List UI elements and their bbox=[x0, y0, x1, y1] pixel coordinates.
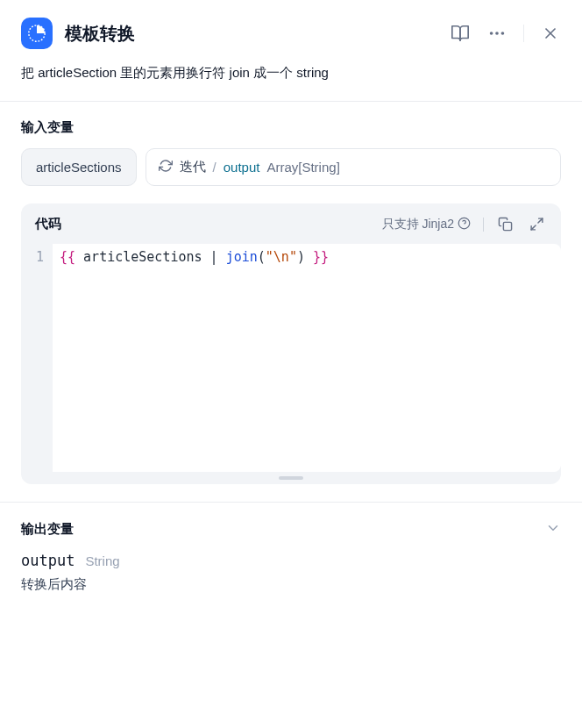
output-variables-header[interactable]: 输出变量 bbox=[21, 520, 561, 539]
token-open: {{ bbox=[60, 249, 75, 265]
code-block: 代码 只支持 Jinja2 bbox=[21, 203, 561, 484]
token-rparen: ) bbox=[297, 249, 305, 265]
template-transform-icon bbox=[21, 18, 53, 49]
panel-description: 把 articleSection 里的元素用换行符 join 成一个 strin… bbox=[0, 63, 582, 101]
token-func: join bbox=[226, 249, 258, 265]
line-gutter: 1 bbox=[21, 244, 53, 472]
svg-point-1 bbox=[490, 32, 493, 35]
variable-source-pill[interactable]: 迭代 / output Array[String] bbox=[146, 148, 561, 186]
variable-name: articleSections bbox=[36, 160, 122, 175]
slash: / bbox=[213, 160, 216, 175]
output-variable-name: output bbox=[21, 552, 75, 569]
panel-header: 模板转换 bbox=[0, 0, 582, 63]
divider bbox=[523, 25, 524, 42]
divider bbox=[483, 218, 484, 232]
svg-rect-8 bbox=[503, 222, 511, 230]
svg-line-10 bbox=[531, 225, 536, 230]
close-icon[interactable] bbox=[540, 23, 561, 44]
input-variables-row: articleSections 迭代 / output Array[String… bbox=[21, 148, 561, 186]
docs-icon[interactable] bbox=[450, 23, 471, 44]
code-tools bbox=[483, 214, 547, 235]
token-name: articleSections bbox=[83, 249, 202, 265]
more-icon[interactable] bbox=[486, 23, 507, 44]
expand-icon[interactable] bbox=[526, 214, 547, 235]
iterate-label: 迭代 bbox=[180, 159, 206, 175]
token-close: }} bbox=[313, 249, 329, 265]
token-string: "\n" bbox=[266, 249, 297, 265]
header-actions bbox=[450, 23, 561, 44]
code-title: 代码 bbox=[35, 216, 382, 232]
output-variable-desc: 转换后内容 bbox=[21, 576, 561, 593]
line-number: 1 bbox=[21, 249, 44, 265]
resize-handle[interactable] bbox=[21, 472, 561, 484]
variable-name-pill[interactable]: articleSections bbox=[21, 148, 137, 186]
code-editor[interactable]: 1 {{ articleSections | join("\n") }} bbox=[21, 244, 561, 472]
output-variable-row: output String bbox=[21, 552, 561, 569]
template-transform-panel: 模板转换 把 articleSection 里的元素用换行符 joi bbox=[0, 0, 582, 728]
output-variables-title: 输出变量 bbox=[21, 521, 74, 538]
output-variables-section: 输出变量 output String 转换后内容 bbox=[0, 503, 582, 610]
input-variables-title: 输入变量 bbox=[21, 119, 561, 136]
iterate-icon bbox=[159, 159, 173, 175]
source-output-name: output bbox=[224, 160, 260, 175]
svg-point-2 bbox=[495, 32, 499, 35]
svg-point-3 bbox=[501, 32, 505, 35]
token-lparen: ( bbox=[258, 249, 266, 265]
input-variables-section: 输入变量 articleSections 迭代 / output Array[S… bbox=[0, 102, 582, 203]
code-hint-text: 只支持 Jinja2 bbox=[382, 217, 454, 232]
copy-icon[interactable] bbox=[494, 214, 515, 235]
panel-title: 模板转换 bbox=[65, 22, 450, 46]
chevron-down-icon bbox=[545, 520, 561, 539]
output-variable-type: String bbox=[85, 553, 119, 568]
code-header: 代码 只支持 Jinja2 bbox=[21, 203, 561, 244]
code-hint: 只支持 Jinja2 bbox=[382, 217, 471, 232]
resize-handle-bar bbox=[279, 476, 303, 480]
code-content: {{ articleSections | join("\n") }} bbox=[53, 244, 561, 472]
svg-line-9 bbox=[537, 218, 542, 223]
token-pipe: | bbox=[210, 249, 218, 265]
help-icon[interactable] bbox=[458, 217, 471, 232]
source-output-type: Array[String] bbox=[266, 160, 339, 175]
